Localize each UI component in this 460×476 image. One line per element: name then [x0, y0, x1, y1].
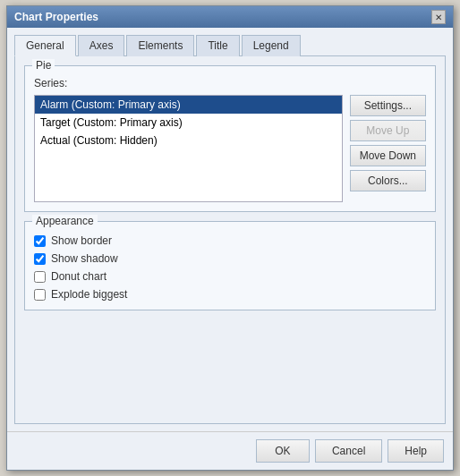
explode-biggest-label: Explode biggest	[51, 288, 127, 301]
pie-group-title: Pie	[32, 59, 55, 72]
show-shadow-row[interactable]: Show shadow	[34, 252, 426, 265]
series-item-2[interactable]: Actual (Custom: Hidden)	[35, 132, 342, 149]
show-shadow-checkbox[interactable]	[34, 253, 46, 265]
donut-chart-checkbox[interactable]	[34, 271, 46, 283]
tab-legend[interactable]: Legend	[242, 35, 301, 56]
explode-biggest-row[interactable]: Explode biggest	[34, 288, 426, 301]
title-bar: Chart Properties ✕	[7, 6, 453, 28]
tab-axes[interactable]: Axes	[78, 35, 125, 56]
explode-biggest-checkbox[interactable]	[34, 289, 46, 301]
tab-bar: General Axes Elements Title Legend	[14, 35, 446, 56]
close-button[interactable]: ✕	[431, 10, 446, 24]
show-border-label: Show border	[51, 234, 112, 247]
move-down-button[interactable]: Move Down	[350, 145, 426, 166]
donut-chart-label: Donut chart	[51, 270, 106, 283]
chart-properties-dialog: Chart Properties ✕ General Axes Elements…	[6, 5, 454, 471]
show-shadow-label: Show shadow	[51, 252, 118, 265]
cancel-button[interactable]: Cancel	[315, 439, 382, 463]
series-item-0[interactable]: Alarm (Custom: Primary axis)	[35, 96, 342, 114]
series-item-1[interactable]: Target (Custom: Primary axis)	[35, 114, 342, 132]
show-border-row[interactable]: Show border	[34, 234, 426, 247]
move-up-button[interactable]: Move Up	[350, 120, 426, 141]
pie-group: Pie Series: Alarm (Custom: Primary axis)…	[24, 65, 436, 212]
tab-elements[interactable]: Elements	[126, 35, 194, 56]
dialog-footer: OK Cancel Help	[7, 431, 453, 470]
show-border-checkbox[interactable]	[34, 235, 46, 247]
settings-button[interactable]: Settings...	[350, 95, 426, 116]
appearance-group-title: Appearance	[32, 215, 98, 227]
tab-title[interactable]: Title	[196, 35, 239, 56]
tab-content: Pie Series: Alarm (Custom: Primary axis)…	[14, 55, 446, 424]
series-label: Series:	[34, 77, 426, 89]
donut-chart-row[interactable]: Donut chart	[34, 270, 426, 283]
help-button[interactable]: Help	[388, 439, 444, 463]
series-area: Alarm (Custom: Primary axis) Target (Cus…	[34, 95, 426, 202]
series-buttons: Settings... Move Up Move Down Colors...	[350, 95, 426, 202]
dialog-body: General Axes Elements Title Legend Pie S…	[7, 28, 453, 431]
appearance-items: Show border Show shadow Donut chart Expl…	[34, 234, 426, 301]
tab-general[interactable]: General	[14, 35, 76, 56]
appearance-group: Appearance Show border Show shadow Donut…	[24, 221, 436, 310]
ok-button[interactable]: OK	[256, 439, 310, 463]
colors-button[interactable]: Colors...	[350, 170, 426, 191]
dialog-title: Chart Properties	[14, 11, 98, 23]
series-list[interactable]: Alarm (Custom: Primary axis) Target (Cus…	[34, 95, 343, 202]
